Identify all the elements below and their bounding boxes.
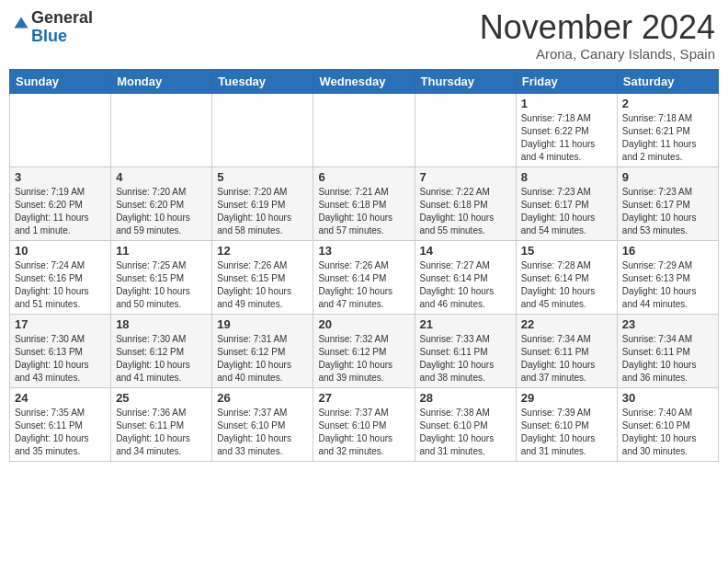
- day-info: Sunrise: 7:31 AM Sunset: 6:12 PM Dayligh…: [217, 333, 308, 385]
- day-number: 13: [318, 244, 409, 258]
- day-info: Sunrise: 7:19 AM Sunset: 6:20 PM Dayligh…: [15, 186, 106, 237]
- day-number: 26: [217, 391, 308, 405]
- weekday-header-monday: Monday: [111, 69, 212, 93]
- day-cell: 20Sunrise: 7:32 AM Sunset: 6:12 PM Dayli…: [313, 314, 415, 387]
- day-number: 18: [116, 317, 207, 331]
- title-block: November 2024 Arona, Canary Islands, Spa…: [480, 9, 715, 62]
- day-cell: 27Sunrise: 7:37 AM Sunset: 6:10 PM Dayli…: [313, 387, 415, 461]
- day-info: Sunrise: 7:37 AM Sunset: 6:10 PM Dayligh…: [318, 407, 409, 458]
- month-title: November 2024: [480, 9, 715, 46]
- calendar-table: SundayMondayTuesdayWednesdayThursdayFrid…: [9, 69, 719, 462]
- weekday-header-wednesday: Wednesday: [313, 69, 415, 93]
- day-cell: 14Sunrise: 7:27 AM Sunset: 6:14 PM Dayli…: [415, 240, 516, 314]
- day-cell: 3Sunrise: 7:19 AM Sunset: 6:20 PM Daylig…: [10, 167, 111, 240]
- day-number: 28: [420, 391, 511, 405]
- day-number: 24: [15, 391, 106, 405]
- week-row-5: 24Sunrise: 7:35 AM Sunset: 6:11 PM Dayli…: [10, 387, 719, 461]
- day-info: Sunrise: 7:23 AM Sunset: 6:17 PM Dayligh…: [622, 186, 713, 237]
- day-info: Sunrise: 7:21 AM Sunset: 6:18 PM Dayligh…: [318, 186, 409, 237]
- day-number: 14: [420, 244, 511, 258]
- day-cell: 17Sunrise: 7:30 AM Sunset: 6:13 PM Dayli…: [10, 314, 111, 387]
- day-cell: 15Sunrise: 7:28 AM Sunset: 6:14 PM Dayli…: [516, 240, 617, 314]
- day-info: Sunrise: 7:30 AM Sunset: 6:12 PM Dayligh…: [116, 333, 207, 385]
- day-number: 23: [622, 317, 713, 331]
- day-number: 9: [622, 170, 713, 184]
- day-number: 2: [622, 97, 713, 110]
- day-number: 1: [521, 97, 612, 110]
- day-info: Sunrise: 7:40 AM Sunset: 6:10 PM Dayligh…: [622, 407, 713, 458]
- day-number: 6: [318, 170, 409, 184]
- day-cell: [10, 93, 111, 167]
- day-number: 20: [318, 317, 409, 331]
- day-cell: 16Sunrise: 7:29 AM Sunset: 6:13 PM Dayli…: [617, 240, 718, 314]
- day-cell: 22Sunrise: 7:34 AM Sunset: 6:11 PM Dayli…: [516, 314, 617, 387]
- day-info: Sunrise: 7:22 AM Sunset: 6:18 PM Dayligh…: [420, 186, 511, 237]
- day-number: 3: [15, 170, 106, 184]
- day-number: 15: [521, 244, 612, 258]
- weekday-header-friday: Friday: [516, 69, 617, 93]
- day-info: Sunrise: 7:30 AM Sunset: 6:13 PM Dayligh…: [15, 333, 106, 385]
- day-cell: 8Sunrise: 7:23 AM Sunset: 6:17 PM Daylig…: [516, 167, 617, 240]
- svg-marker-0: [15, 17, 28, 28]
- day-number: 25: [116, 391, 207, 405]
- day-cell: 5Sunrise: 7:20 AM Sunset: 6:19 PM Daylig…: [212, 167, 313, 240]
- day-number: 12: [217, 244, 308, 258]
- day-number: 17: [15, 317, 106, 331]
- week-row-1: 1Sunrise: 7:18 AM Sunset: 6:22 PM Daylig…: [10, 93, 719, 167]
- day-info: Sunrise: 7:18 AM Sunset: 6:21 PM Dayligh…: [622, 112, 713, 164]
- weekday-header-tuesday: Tuesday: [212, 69, 313, 93]
- day-cell: 9Sunrise: 7:23 AM Sunset: 6:17 PM Daylig…: [617, 167, 718, 240]
- day-cell: 4Sunrise: 7:20 AM Sunset: 6:20 PM Daylig…: [111, 167, 212, 240]
- day-number: 11: [116, 244, 207, 258]
- day-number: 27: [318, 391, 409, 405]
- day-number: 16: [622, 244, 713, 258]
- logo-icon: [13, 16, 29, 32]
- weekday-header-thursday: Thursday: [415, 69, 516, 93]
- day-cell: [313, 93, 415, 167]
- day-number: 8: [521, 170, 612, 184]
- day-info: Sunrise: 7:34 AM Sunset: 6:11 PM Dayligh…: [521, 333, 612, 385]
- day-info: Sunrise: 7:26 AM Sunset: 6:15 PM Dayligh…: [217, 259, 308, 311]
- day-number: 5: [217, 170, 308, 184]
- day-info: Sunrise: 7:20 AM Sunset: 6:20 PM Dayligh…: [116, 186, 207, 237]
- logo-general-text: General: [31, 8, 93, 27]
- day-info: Sunrise: 7:38 AM Sunset: 6:10 PM Dayligh…: [420, 407, 511, 458]
- day-number: 22: [521, 317, 612, 331]
- day-cell: 21Sunrise: 7:33 AM Sunset: 6:11 PM Dayli…: [415, 314, 516, 387]
- page-header: General Blue November 2024 Arona, Canary…: [9, 9, 719, 62]
- weekday-header-row: SundayMondayTuesdayWednesdayThursdayFrid…: [10, 69, 719, 93]
- week-row-4: 17Sunrise: 7:30 AM Sunset: 6:13 PM Dayli…: [10, 314, 719, 387]
- day-info: Sunrise: 7:32 AM Sunset: 6:12 PM Dayligh…: [318, 333, 409, 385]
- day-info: Sunrise: 7:34 AM Sunset: 6:11 PM Dayligh…: [622, 333, 713, 385]
- location-subtitle: Arona, Canary Islands, Spain: [480, 46, 715, 62]
- day-info: Sunrise: 7:24 AM Sunset: 6:16 PM Dayligh…: [15, 259, 106, 311]
- day-cell: 28Sunrise: 7:38 AM Sunset: 6:10 PM Dayli…: [415, 387, 516, 461]
- day-cell: 7Sunrise: 7:22 AM Sunset: 6:18 PM Daylig…: [415, 167, 516, 240]
- day-cell: 2Sunrise: 7:18 AM Sunset: 6:21 PM Daylig…: [617, 93, 718, 167]
- logo-blue-text: Blue: [31, 27, 67, 45]
- day-number: 7: [420, 170, 511, 184]
- day-cell: [111, 93, 212, 167]
- day-cell: 24Sunrise: 7:35 AM Sunset: 6:11 PM Dayli…: [10, 387, 111, 461]
- day-info: Sunrise: 7:20 AM Sunset: 6:19 PM Dayligh…: [217, 186, 308, 237]
- logo: General Blue: [13, 9, 93, 46]
- day-cell: 19Sunrise: 7:31 AM Sunset: 6:12 PM Dayli…: [212, 314, 313, 387]
- day-info: Sunrise: 7:36 AM Sunset: 6:11 PM Dayligh…: [116, 407, 207, 458]
- day-cell: [415, 93, 516, 167]
- day-number: 29: [521, 391, 612, 405]
- day-info: Sunrise: 7:28 AM Sunset: 6:14 PM Dayligh…: [521, 259, 612, 311]
- day-number: 21: [420, 317, 511, 331]
- weekday-header-saturday: Saturday: [617, 69, 718, 93]
- day-info: Sunrise: 7:18 AM Sunset: 6:22 PM Dayligh…: [521, 112, 612, 164]
- day-cell: 12Sunrise: 7:26 AM Sunset: 6:15 PM Dayli…: [212, 240, 313, 314]
- day-info: Sunrise: 7:33 AM Sunset: 6:11 PM Dayligh…: [420, 333, 511, 385]
- day-info: Sunrise: 7:27 AM Sunset: 6:14 PM Dayligh…: [420, 259, 511, 311]
- day-info: Sunrise: 7:29 AM Sunset: 6:13 PM Dayligh…: [622, 259, 713, 311]
- day-cell: 10Sunrise: 7:24 AM Sunset: 6:16 PM Dayli…: [10, 240, 111, 314]
- day-info: Sunrise: 7:35 AM Sunset: 6:11 PM Dayligh…: [15, 407, 106, 458]
- day-cell: [212, 93, 313, 167]
- day-number: 30: [622, 391, 713, 405]
- day-info: Sunrise: 7:26 AM Sunset: 6:14 PM Dayligh…: [318, 259, 409, 311]
- day-cell: 30Sunrise: 7:40 AM Sunset: 6:10 PM Dayli…: [617, 387, 718, 461]
- day-info: Sunrise: 7:39 AM Sunset: 6:10 PM Dayligh…: [521, 407, 612, 458]
